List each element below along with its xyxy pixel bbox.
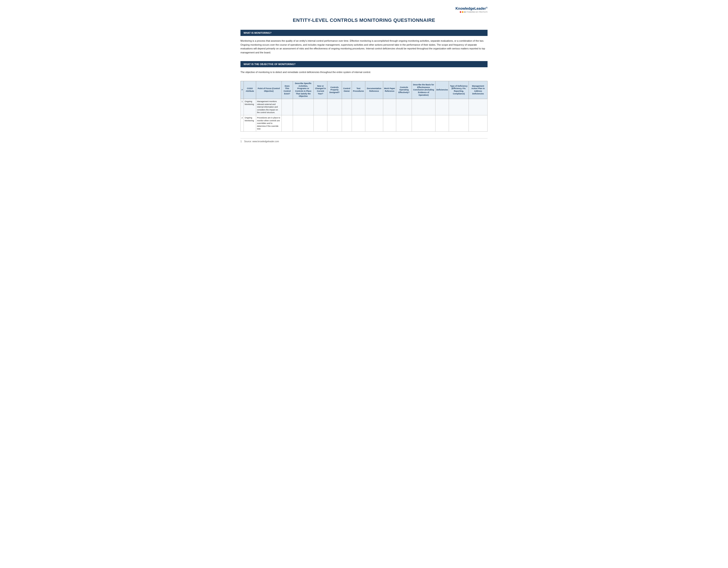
cell-does_exist: [281, 99, 293, 115]
controls-table: # COSO Attribute Point of Focus (Control…: [240, 81, 488, 132]
section2-header: WHAT IS THE OBJECTIVE OF MONITORING?: [240, 61, 488, 67]
cell-test_procedures: [352, 99, 365, 115]
cell-operating: [396, 115, 412, 132]
cell-describe: [293, 115, 314, 132]
cell-num: 1: [241, 99, 244, 115]
cell-new_changed: [314, 99, 327, 115]
table-row: 2Ongoing MonitoringProcedures are in pla…: [241, 115, 488, 132]
cell-work_paper: [383, 115, 396, 132]
page-title: ENTITY-LEVEL CONTROLS MONITORING QUESTIO…: [240, 17, 488, 23]
cell-work_paper: [383, 99, 396, 115]
logo-text: KnowledgeLeader®: [456, 7, 488, 11]
logo-powered: POWERED BY PROTIVITI: [460, 11, 488, 13]
cell-controls_designed: [327, 99, 342, 115]
cell-action_plan: [469, 99, 487, 115]
dot-red-icon: [460, 11, 461, 13]
col-deficiencies: Deficiencies: [435, 81, 449, 99]
powered-by-text: POWERED BY PROTIVITI: [467, 11, 488, 13]
cell-point_of_focus: Procedures are in place to monitor when …: [256, 115, 281, 132]
cell-coso: Ongoing Monitoring: [244, 99, 256, 115]
col-type-deficiency: Type of Deficiency (Efficiency, Fin. Rep…: [449, 81, 469, 99]
cell-test_procedures: [352, 115, 365, 132]
cell-does_exist: [281, 115, 293, 132]
cell-doc_reference: [365, 99, 383, 115]
cell-num: 2: [241, 115, 244, 132]
cell-type_deficiency: [449, 99, 469, 115]
col-point-of-focus: Point of Focus (Control Objective): [256, 81, 281, 99]
col-controls-designed: Controls Properly Designed?: [327, 81, 342, 99]
cell-type_deficiency: [449, 115, 469, 132]
col-action-plan: Management Action Plan to Address Defici…: [469, 81, 487, 99]
footer-source: Source: www.knowledgeleader.com: [244, 140, 279, 143]
section1-body: Monitoring is a process that assesses th…: [240, 39, 488, 54]
footer-page-num: 1: [240, 140, 242, 143]
section2-body: The objective of monitoring is to detect…: [240, 70, 488, 74]
col-does-exist: Does This Control Exist?: [281, 81, 293, 99]
logo-dots: [460, 11, 466, 13]
dot-orange-icon: [462, 11, 463, 13]
cell-basis: [412, 115, 435, 132]
logo-brand: KnowledgeLeader® POWERED BY PROTIVITI: [456, 7, 488, 13]
logo-superscript: ®: [486, 7, 488, 9]
col-basis: Describe the Basis for Effectiveness Con…: [412, 81, 435, 99]
cell-basis: [412, 99, 435, 115]
col-num: #: [241, 81, 244, 99]
logo-area: KnowledgeLeader® POWERED BY PROTIVITI: [240, 7, 488, 13]
cell-coso: Ongoing Monitoring: [244, 115, 256, 132]
table-row: 1Ongoing MonitoringManagement monitors r…: [241, 99, 488, 115]
col-work-paper: Work Paper Reference: [383, 81, 396, 99]
cell-control_owner: [342, 115, 352, 132]
cell-deficiencies: [435, 99, 449, 115]
col-control-owner: Control Owner: [342, 81, 352, 99]
cell-operating: [396, 99, 412, 115]
cell-deficiencies: [435, 115, 449, 132]
col-doc-reference: Documentation Reference: [365, 81, 383, 99]
col-new-changed: New or Changed in Current Year?: [314, 81, 327, 99]
cell-action_plan: [469, 115, 487, 132]
col-operating: Controls Operating Effectively?: [396, 81, 412, 99]
col-test-procedures: Test Procedures: [352, 81, 365, 99]
footer: 1 Source: www.knowledgeleader.com: [240, 138, 488, 143]
col-describe: Describe Specific Activities, Programs o…: [293, 81, 314, 99]
col-coso: COSO Attribute: [244, 81, 256, 99]
dot-gray-icon: [464, 11, 466, 13]
cell-controls_designed: [327, 115, 342, 132]
cell-control_owner: [342, 99, 352, 115]
cell-doc_reference: [365, 115, 383, 132]
cell-describe: [293, 99, 314, 115]
cell-point_of_focus: Management monitors relevant external an…: [256, 99, 281, 115]
section1-header: WHAT IS MONITORING?: [240, 30, 488, 36]
cell-new_changed: [314, 115, 327, 132]
